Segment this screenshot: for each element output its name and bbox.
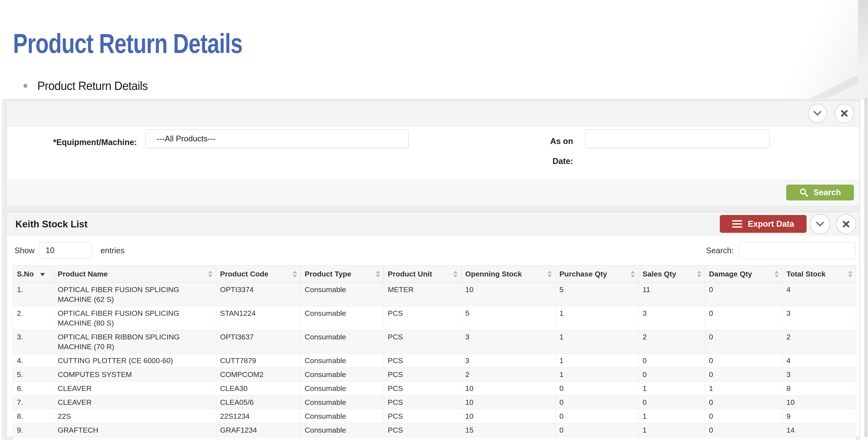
- table-cell: OPTICAL FIBER FUSION SPLICING MACHINE (6…: [54, 283, 216, 306]
- table-cell: 22S1234: [216, 409, 301, 423]
- table-cell: CUTT7879: [216, 354, 301, 368]
- table-cell: 4: [782, 354, 856, 368]
- search-button-label: Search: [813, 188, 841, 197]
- table-controls: Show entries Search:: [7, 236, 860, 265]
- column-header-product-name[interactable]: Product Name: [54, 265, 216, 283]
- table-cell: 3.: [13, 330, 54, 354]
- table-cell: JK121234: [216, 437, 301, 440]
- page-title: Product Return Details: [13, 30, 242, 57]
- table-search-label: Search:: [706, 246, 734, 255]
- filter-panel-header: [7, 101, 860, 127]
- entries-count-input[interactable]: [39, 242, 92, 259]
- table-cell: CLEA05/6: [216, 395, 301, 409]
- sort-icon: [774, 271, 779, 277]
- table-cell: 5.: [13, 368, 54, 382]
- table-cell: 3: [461, 330, 556, 354]
- column-header-product-type[interactable]: Product Type: [301, 265, 384, 283]
- table-cell: COMPUTES SYSTEM: [54, 368, 216, 382]
- table-search-input[interactable]: [739, 242, 855, 259]
- column-header-s-no[interactable]: S.No: [13, 265, 54, 283]
- table-cell: 1: [705, 382, 782, 395]
- table-cell: 1: [556, 368, 639, 382]
- table-cell: 0: [556, 437, 639, 440]
- table-cell: 12: [461, 437, 556, 440]
- table-cell: 2: [639, 330, 705, 354]
- table-cell: 0: [639, 437, 705, 440]
- as-on-date-input[interactable]: [585, 129, 770, 148]
- table-cell: PCS: [384, 354, 461, 368]
- filter-panel-footer: Search: [7, 180, 860, 206]
- table-cell: 12: [782, 437, 856, 440]
- table-cell: 8.: [13, 409, 54, 423]
- breadcrumb-label: Product Return Details: [37, 79, 148, 93]
- stock-table: S.NoProduct NameProduct CodeProduct Type…: [13, 265, 856, 440]
- table-cell: OPTICAL FIBER FUSION SPLICING MACHINE (8…: [54, 306, 216, 330]
- table-cell: 9: [782, 409, 856, 423]
- table-cell: OPTI3374: [216, 283, 301, 306]
- table-cell: PCS: [384, 368, 461, 382]
- table-cell: Consumable: [301, 306, 384, 330]
- table-cell: OPTICAL FIBER RIBBON SPLICING MACHINE (7…: [54, 330, 216, 354]
- table-cell: 4: [782, 283, 856, 306]
- table-cell: 10: [461, 395, 556, 409]
- table-cell: Consumable: [301, 354, 384, 368]
- table-cell: Consumable: [301, 382, 384, 395]
- collapse-button[interactable]: [810, 214, 830, 234]
- column-header-total-stock[interactable]: Total Stock: [782, 265, 856, 283]
- bullet-icon: [24, 84, 27, 88]
- table-cell: 1: [639, 382, 705, 395]
- table-cell: 0: [705, 423, 782, 437]
- table-cell: 0: [556, 423, 639, 437]
- table-row: 9.GRAFTECHGRAF1234ConsumablePCS1501014: [13, 423, 856, 437]
- table-cell: METER: [384, 283, 461, 306]
- close-button[interactable]: [835, 104, 854, 123]
- table-cell: 0: [705, 437, 782, 440]
- table-cell: 8: [782, 382, 856, 395]
- sort-icon: [630, 271, 635, 277]
- table-cell: PCS: [384, 306, 461, 330]
- table-cell: 3: [782, 368, 856, 382]
- table-cell: 0: [556, 395, 639, 409]
- table-cell: PCS: [384, 423, 461, 437]
- breadcrumb: Product Return Details: [24, 79, 155, 93]
- stock-list-panel: Keith Stock List Export Data Show entrie…: [6, 212, 860, 437]
- table-cell: STAN1224: [216, 306, 301, 330]
- close-button[interactable]: [836, 214, 856, 234]
- table-wrapper: S.NoProduct NameProduct CodeProduct Type…: [13, 265, 856, 440]
- table-row: 4.CUTTING PLOTTER (CE 6000-60)CUTT7879Co…: [13, 354, 856, 368]
- table-cell: 10: [461, 283, 556, 306]
- export-data-button[interactable]: Export Data: [720, 215, 807, 233]
- table-row: 2.OPTICAL FIBER FUSION SPLICING MACHINE …: [13, 306, 856, 330]
- sort-icon: [376, 271, 380, 277]
- corner-decoration: [673, 0, 868, 102]
- table-cell: 4.: [13, 354, 54, 368]
- sort-icon: [208, 271, 212, 277]
- close-icon: [841, 110, 848, 117]
- scrollbar-track[interactable]: [864, 98, 868, 437]
- sort-icon: [548, 271, 552, 277]
- column-header-damage-qty[interactable]: Damage Qty: [705, 265, 782, 283]
- table-cell: 10.: [13, 437, 54, 440]
- table-cell: 11: [639, 283, 705, 306]
- show-label: Show: [14, 246, 35, 255]
- entries-label: entries: [100, 246, 125, 255]
- sort-icon: [453, 271, 458, 277]
- equipment-select[interactable]: ---All Products---: [146, 129, 409, 148]
- table-cell: 0: [705, 330, 782, 354]
- table-cell: 2: [782, 330, 856, 354]
- collapse-button[interactable]: [808, 104, 827, 123]
- table-cell: 0: [639, 395, 705, 409]
- table-cell: Consumable: [301, 395, 384, 409]
- column-header-purchase-qty[interactable]: Purchase Qty: [556, 265, 639, 283]
- table-cell: 10: [461, 409, 556, 423]
- column-header-product-unit[interactable]: Product Unit: [384, 265, 461, 283]
- column-header-sales-qty[interactable]: Sales Qty: [639, 265, 705, 283]
- column-header-product-code[interactable]: Product Code: [216, 265, 301, 283]
- sort-icon: [848, 271, 852, 277]
- table-cell: Consumable: [301, 368, 384, 382]
- table-cell: CLEA30: [216, 382, 301, 395]
- export-data-label: Export Data: [748, 219, 794, 229]
- column-header-openning-stock[interactable]: Openning Stock: [461, 265, 556, 283]
- table-cell: 0: [705, 368, 782, 382]
- search-button[interactable]: Search: [786, 185, 854, 201]
